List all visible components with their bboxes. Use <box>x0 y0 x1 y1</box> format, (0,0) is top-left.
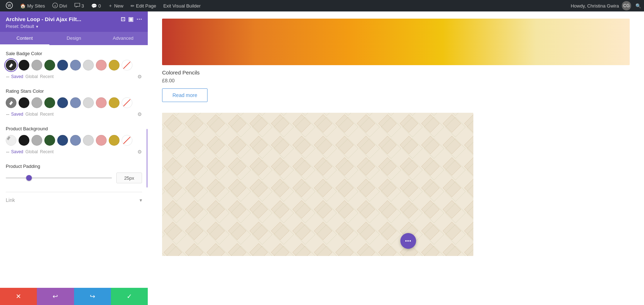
drag-handle-bar <box>146 129 148 188</box>
redo-button[interactable]: ↪ <box>74 288 111 305</box>
global-label-1[interactable]: Global <box>25 74 38 79</box>
sale-badge-color-section: Sale Badge Color ··· <box>6 51 142 80</box>
panel-title-icons: ⊡ ▣ ⋯ <box>121 16 142 23</box>
svg-text:d: d <box>54 4 56 8</box>
color-swatch-transparent-3[interactable] <box>6 135 16 146</box>
saved-label-2[interactable]: Saved <box>11 112 23 117</box>
color-dots-1[interactable]: ··· <box>6 73 9 80</box>
product-fab-button[interactable]: ••• <box>400 233 416 249</box>
color-swatch-gold-3[interactable] <box>109 135 119 146</box>
wp-icon: W <box>6 2 13 10</box>
color-swatch-green-3[interactable] <box>44 135 55 146</box>
color-swatch-blue-2[interactable] <box>57 97 68 108</box>
color-swatch-green-2[interactable] <box>44 97 55 108</box>
module-title: Archive Loop - Divi Ajax Filt... <box>6 16 81 22</box>
color-swatch-blue-3[interactable] <box>57 135 68 146</box>
color-swatch-gold-1[interactable] <box>109 60 119 71</box>
color-swatch-pink-2[interactable] <box>96 97 107 108</box>
color-swatch-pink-1[interactable] <box>96 60 107 71</box>
sale-badge-color-swatches <box>6 60 142 71</box>
recent-label-1[interactable]: Recent <box>40 74 54 79</box>
color-swatch-gray-2[interactable] <box>31 97 42 108</box>
color-dots-2[interactable]: ··· <box>6 111 9 117</box>
wp-logo-item[interactable]: W <box>3 0 16 11</box>
search-icon[interactable]: 🔍 <box>635 3 641 9</box>
product-padding-section: Product Padding 25px <box>6 164 142 183</box>
user-avatar[interactable]: CG <box>622 1 631 10</box>
comment-icon <box>74 3 80 9</box>
link-accordion-header[interactable]: Link ▾ <box>6 197 142 203</box>
product-padding-value[interactable]: 25px <box>116 173 142 183</box>
panel-body: Sale Badge Color ··· <box>0 45 148 288</box>
sale-badge-color-meta: ··· Saved Global Recent ⚙ <box>6 73 142 80</box>
color-swatch-none-2[interactable] <box>122 97 132 108</box>
saved-label-1[interactable]: Saved <box>11 74 23 79</box>
color-swatch-black-3[interactable] <box>19 135 29 146</box>
color-swatch-lightblue-2[interactable] <box>70 97 81 108</box>
new-item[interactable]: ＋ New <box>105 0 126 11</box>
my-sites-item[interactable]: 🏠 My Sites <box>17 0 48 11</box>
plus-icon: ＋ <box>108 3 113 9</box>
divi-icon: d <box>52 3 58 9</box>
tab-design[interactable]: Design <box>49 32 99 45</box>
product-background-section: Product Background ··· <box>6 126 142 155</box>
more-icon[interactable]: ⋯ <box>136 16 142 23</box>
color-swatch-lightblue-1[interactable] <box>70 60 81 71</box>
color-swatch-pencil-2[interactable] <box>6 97 16 108</box>
product-card-2: ••• <box>162 113 630 256</box>
panel-bottom-bar: ✕ ↩ ↪ ✓ <box>0 288 148 305</box>
undo-button[interactable]: ↩ <box>37 288 74 305</box>
panel-preset[interactable]: Preset: Default ▼ <box>6 24 142 29</box>
gear-icon-1[interactable]: ⚙ <box>137 74 142 79</box>
gear-icon-2[interactable]: ⚙ <box>137 111 142 117</box>
admin-bar-right: Howdy, Christina Gwira CG 🔍 <box>571 1 641 10</box>
edit-page-item[interactable]: ✏ Edit Page <box>128 0 159 11</box>
gear-icon-3[interactable]: ⚙ <box>137 149 142 155</box>
color-swatch-lightgray-3[interactable] <box>83 135 94 146</box>
exit-builder-item[interactable]: Exit Visual Builder <box>160 0 204 11</box>
color-swatch-none-1[interactable] <box>122 60 132 71</box>
color-swatch-gold-2[interactable] <box>109 97 119 108</box>
cancel-button[interactable]: ✕ <box>0 288 37 305</box>
layout-icon[interactable]: ▣ <box>128 16 133 23</box>
color-swatch-gray-1[interactable] <box>31 60 42 71</box>
howdy-text: Howdy, Christina Gwira <box>571 3 619 9</box>
new-label: New <box>114 3 123 9</box>
product-padding-label: Product Padding <box>6 164 142 169</box>
color-swatch-none-3[interactable] <box>122 135 132 146</box>
read-more-button[interactable]: Read more <box>162 88 208 102</box>
saved-label-3[interactable]: Saved <box>11 149 23 154</box>
color-swatch-lightgray-1[interactable] <box>83 60 94 71</box>
color-swatch-gray-3[interactable] <box>31 135 42 146</box>
product-background-label: Product Background <box>6 126 142 131</box>
product-card-1: Colored Pencils £8.00 Read more <box>162 19 630 102</box>
svg-rect-9 <box>162 113 473 256</box>
color-swatch-green-1[interactable] <box>44 60 55 71</box>
divi-label: Divi <box>59 3 67 9</box>
link-label: Link <box>6 197 15 203</box>
global-label-2[interactable]: Global <box>25 112 38 117</box>
color-swatch-pencil-1[interactable] <box>6 60 16 71</box>
product-background-swatches <box>6 135 142 146</box>
pending-item[interactable]: 💬 0 <box>88 0 104 11</box>
color-swatch-blue-1[interactable] <box>57 60 68 71</box>
color-dots-3[interactable]: ··· <box>6 149 9 155</box>
color-swatch-black-2[interactable] <box>19 97 29 108</box>
color-swatch-lightblue-3[interactable] <box>70 135 81 146</box>
confirm-button[interactable]: ✓ <box>111 288 148 305</box>
color-swatch-lightgray-2[interactable] <box>83 97 94 108</box>
left-panel: Archive Loop - Divi Ajax Filt... ⊡ ▣ ⋯ P… <box>0 11 148 305</box>
divi-item[interactable]: d Divi <box>49 0 70 11</box>
tab-content[interactable]: Content <box>0 32 49 45</box>
comments-item[interactable]: 3 <box>72 0 87 11</box>
product-padding-track[interactable] <box>6 177 112 179</box>
panel-resize-handle[interactable] <box>146 11 148 305</box>
recent-label-3[interactable]: Recent <box>40 149 54 154</box>
recent-label-2[interactable]: Recent <box>40 112 54 117</box>
window-icon[interactable]: ⊡ <box>121 16 125 23</box>
color-swatch-black-1[interactable] <box>19 60 29 71</box>
tab-advanced[interactable]: Advanced <box>98 32 148 45</box>
color-swatch-pink-3[interactable] <box>96 135 107 146</box>
global-label-3[interactable]: Global <box>25 149 38 154</box>
product-padding-thumb[interactable] <box>26 175 32 181</box>
